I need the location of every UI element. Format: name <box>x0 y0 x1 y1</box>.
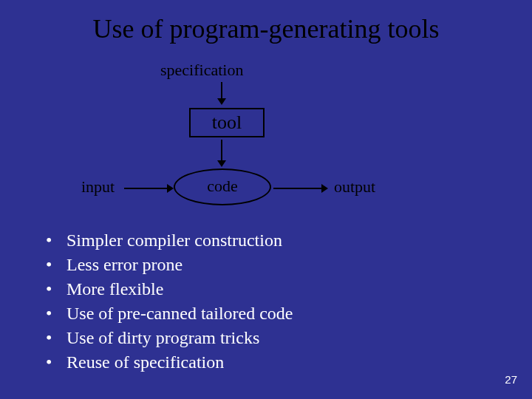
list-item: More flexible <box>46 279 293 299</box>
slide-title: Use of program-generating tools <box>0 0 532 44</box>
list-item: Less error prone <box>46 255 293 275</box>
list-item: Reuse of specification <box>46 352 293 372</box>
page-number: 27 <box>505 373 517 386</box>
tool-box: tool <box>189 108 265 137</box>
list-item: Simpler compiler construction <box>46 231 293 250</box>
specification-label: specification <box>160 61 243 80</box>
arrow-down-icon <box>221 82 222 98</box>
arrow-right-icon <box>273 188 321 189</box>
arrow-right-icon <box>124 188 167 189</box>
code-ellipse: code <box>174 168 271 205</box>
bullet-list: Simpler compiler construction Less error… <box>46 231 293 377</box>
list-item: Use of dirty program tricks <box>46 328 293 348</box>
input-label: input <box>81 177 115 197</box>
arrow-down-icon <box>221 140 222 160</box>
output-label: output <box>334 177 375 197</box>
list-item: Use of pre-canned tailored code <box>46 304 293 324</box>
